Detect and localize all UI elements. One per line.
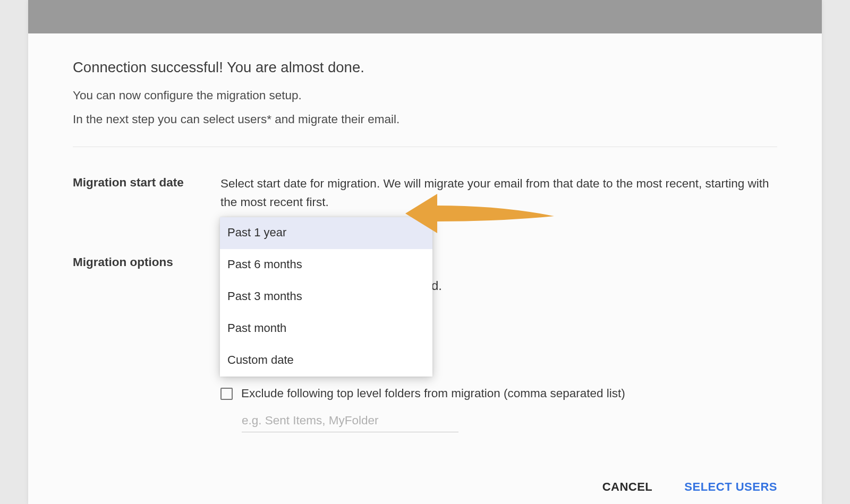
migration-options-body: Exclude following top level folders from… xyxy=(220,385,777,432)
options-row: Migration options xyxy=(73,254,220,269)
subtitle-line-1: You can now configure the migration setu… xyxy=(73,89,777,102)
dropdown-option-past-6-months[interactable]: Past 6 months xyxy=(220,249,432,281)
cancel-button[interactable]: CANCEL xyxy=(602,478,653,496)
top-bar xyxy=(28,0,822,33)
dropdown-option-past-month[interactable]: Past month xyxy=(220,313,432,345)
options-description-fragment: d. xyxy=(431,276,442,295)
exclude-folders-checkbox[interactable] xyxy=(220,388,233,400)
dropdown-option-past-3-months[interactable]: Past 3 months xyxy=(220,281,432,313)
options-label: Migration options xyxy=(73,254,220,269)
content-area: Connection successful! You are almost do… xyxy=(28,33,822,496)
exclude-folders-row: Exclude following top level folders from… xyxy=(220,385,777,403)
divider xyxy=(73,147,777,147)
dropdown-option-past-1-year[interactable]: Past 1 year xyxy=(220,217,432,249)
start-date-dropdown[interactable]: Past 1 year Past 6 months Past 3 months … xyxy=(220,217,432,377)
select-users-button[interactable]: SELECT USERS xyxy=(684,478,777,496)
page-title: Connection successful! You are almost do… xyxy=(73,59,777,76)
exclude-folders-input[interactable] xyxy=(242,411,458,432)
footer-actions: CANCEL SELECT USERS xyxy=(220,432,777,496)
start-date-row: Migration start date Select start date f… xyxy=(73,175,777,496)
start-date-label: Migration start date xyxy=(73,175,220,190)
exclude-folders-input-wrap xyxy=(242,411,458,432)
start-date-body: Select start date for migration. We will… xyxy=(220,175,777,496)
dropdown-option-custom-date[interactable]: Custom date xyxy=(220,345,432,377)
exclude-folders-label: Exclude following top level folders from… xyxy=(241,385,625,403)
subtitle-line-2: In the next step you can select users* a… xyxy=(73,113,777,126)
start-date-description: Select start date for migration. We will… xyxy=(220,175,777,212)
migration-setup-card: Connection successful! You are almost do… xyxy=(28,0,822,504)
